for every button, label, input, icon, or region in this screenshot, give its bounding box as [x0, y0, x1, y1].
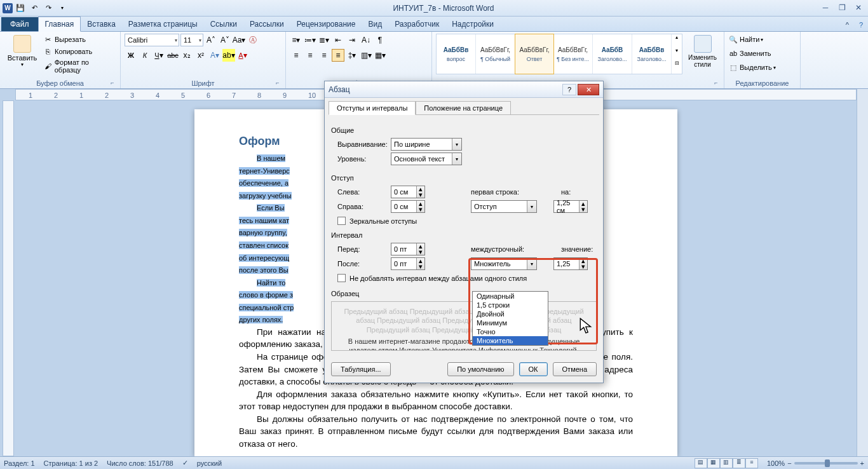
cut-button[interactable]: ✂Вырезать	[43, 34, 116, 45]
style-item[interactable]: АаБбВвЗаголово...	[632, 34, 672, 74]
select-button[interactable]: ⬚Выделить▾	[728, 62, 776, 73]
font-name-combo[interactable]: Calibri▾	[125, 34, 179, 46]
bullets-icon[interactable]: ≡▾	[290, 34, 302, 46]
outline-combo[interactable]: Основной текст▾	[391, 153, 462, 165]
vertical-ruler[interactable]	[3, 100, 14, 456]
superscript-button[interactable]: x²	[194, 49, 207, 62]
style-item[interactable]: АаБбВвГг,¶ Обычный	[476, 34, 515, 74]
ribbon-minimize-icon[interactable]: ^	[841, 18, 854, 31]
dropdown-option[interactable]: Точно	[473, 327, 548, 336]
linespacing-dropdown[interactable]: Одинарный 1,5 строки Двойной Минимум Точ…	[472, 291, 548, 346]
default-button[interactable]: По умолчанию	[447, 362, 513, 376]
change-styles-button[interactable]: Изменить стили	[685, 34, 720, 69]
mirror-indents-check[interactable]: Зеркальные отступы	[337, 217, 597, 225]
dialog-tab-position[interactable]: Положение на странице	[416, 101, 511, 115]
tab-insert[interactable]: Вставка	[81, 17, 122, 31]
redo-icon[interactable]: ↷	[42, 2, 55, 15]
styles-launcher-icon[interactable]: ⌐	[712, 79, 720, 87]
font-size-combo[interactable]: 11▾	[180, 34, 203, 46]
status-section[interactable]: Раздел: 1	[4, 459, 35, 467]
show-marks-icon[interactable]: ¶	[374, 34, 386, 46]
increase-indent-icon[interactable]: ⇥	[346, 34, 358, 46]
find-button[interactable]: 🔍Найти▾	[728, 34, 763, 45]
status-proof-icon[interactable]: ✓	[182, 459, 188, 467]
italic-button[interactable]: К	[139, 49, 151, 62]
vertical-scrollbar[interactable]	[857, 89, 868, 456]
sort-icon[interactable]: A↓	[360, 34, 372, 46]
clear-format-icon[interactable]: Ⓐ	[247, 34, 259, 46]
view-outline-icon[interactable]: ≣	[733, 458, 745, 468]
dropdown-option[interactable]: Одинарный	[473, 292, 548, 301]
decrease-indent-icon[interactable]: ⇤	[332, 34, 344, 46]
styles-gallery[interactable]: АаБбВввопрос АаБбВвГг,¶ Обычный АаБбВвГг…	[436, 34, 682, 74]
gallery-more-icon[interactable]: ⊟	[672, 60, 682, 74]
dropdown-option-selected[interactable]: Множитель	[473, 336, 548, 345]
status-page[interactable]: Страница: 1 из 2	[44, 459, 98, 467]
zoom-value[interactable]: 100%	[767, 459, 785, 467]
copy-button[interactable]: ⎘Копировать	[43, 46, 116, 57]
format-painter-button[interactable]: 🖌Формат по образцу	[43, 58, 116, 74]
tab-page-layout[interactable]: Разметка страницы	[122, 17, 204, 31]
align-justify-icon[interactable]: ≡	[332, 49, 344, 62]
gallery-up-icon[interactable]: ▴	[672, 34, 682, 48]
file-tab[interactable]: Файл	[1, 17, 38, 31]
firstline-by-spin[interactable]: 1,25 см▴▾	[553, 200, 588, 213]
firstline-combo[interactable]: Отступ▾	[471, 200, 537, 213]
linespacing-combo[interactable]: Множитель▾	[471, 257, 537, 270]
indent-right-spin[interactable]: 0 см▴▾	[391, 200, 425, 213]
font-color-icon[interactable]: A▾	[236, 49, 249, 62]
line-spacing-icon[interactable]: ‡▾	[346, 49, 358, 62]
style-item[interactable]: АаБбВЗаголово...	[593, 34, 632, 74]
minimize-button[interactable]: ─	[818, 3, 832, 13]
shrink-font-icon[interactable]: A˅	[219, 34, 231, 46]
tab-mailings[interactable]: Рассылки	[243, 17, 290, 31]
align-center-icon[interactable]: ≡	[304, 49, 316, 62]
dropdown-option[interactable]: Минимум	[473, 318, 548, 327]
tab-home[interactable]: Главная	[38, 17, 81, 32]
paste-button[interactable]: Вставить ▾	[4, 34, 41, 69]
view-buttons[interactable]: ▤ ▦ ▥ ≣ ≡	[695, 458, 758, 468]
borders-icon[interactable]: ▦▾	[374, 49, 386, 62]
change-case-icon[interactable]: Aa▾	[233, 34, 245, 46]
tab-references[interactable]: Ссылки	[204, 17, 243, 31]
close-button[interactable]: ✕	[851, 3, 865, 13]
no-add-space-check[interactable]: Не добавлять интервал между абзацами одн…	[337, 274, 597, 282]
gallery-down-icon[interactable]: ▾	[672, 48, 682, 61]
alignment-combo[interactable]: По ширине▾	[391, 138, 462, 151]
align-left-icon[interactable]: ≡	[290, 49, 302, 62]
bold-button[interactable]: Ж	[125, 49, 137, 62]
view-print-icon[interactable]: ▤	[695, 458, 707, 468]
cancel-button[interactable]: Отмена	[553, 362, 597, 376]
tabs-button[interactable]: Табуляция...	[331, 362, 391, 376]
style-item[interactable]: АаБбВвГг,¶ Без инте...	[553, 34, 593, 74]
save-icon[interactable]: 💾	[14, 2, 27, 15]
dropdown-option[interactable]: Двойной	[473, 309, 548, 318]
ok-button[interactable]: ОК	[519, 362, 548, 376]
align-right-icon[interactable]: ≡	[318, 49, 330, 62]
dialog-tab-indents[interactable]: Отступы и интервалы	[329, 101, 416, 115]
help-icon[interactable]: ?	[854, 18, 868, 31]
undo-icon[interactable]: ↶	[28, 2, 41, 15]
multilevel-icon[interactable]: ≣▾	[318, 34, 330, 46]
indent-left-spin[interactable]: 0 см▴▾	[391, 186, 425, 198]
dialog-close-button[interactable]: ✕	[578, 84, 599, 95]
space-before-spin[interactable]: 0 пт▴▾	[391, 243, 425, 255]
style-item[interactable]: АаБбВввопрос	[437, 34, 476, 74]
underline-button[interactable]: Ч▾	[153, 49, 165, 62]
numbering-icon[interactable]: ≔▾	[304, 34, 316, 46]
clipboard-launcher-icon[interactable]: ⌐	[109, 79, 116, 87]
tab-addins[interactable]: Надстройки	[445, 17, 500, 31]
text-effects-icon[interactable]: A▾	[208, 49, 221, 62]
replace-button[interactable]: abЗаменить	[728, 48, 771, 59]
dialog-help-button[interactable]: ?	[562, 84, 576, 95]
tab-developer[interactable]: Разработчик	[388, 17, 445, 31]
highlight-icon[interactable]: ab▾	[222, 49, 235, 62]
view-fullscreen-icon[interactable]: ▦	[707, 458, 720, 468]
dropdown-option[interactable]: 1,5 строки	[473, 301, 548, 309]
dialog-titlebar[interactable]: Абзац ? ✕	[325, 81, 603, 98]
shading-icon[interactable]: ▥▾	[360, 49, 372, 62]
qat-more-icon[interactable]: ▾	[56, 2, 69, 15]
zoom-out-icon[interactable]: −	[787, 459, 791, 467]
view-web-icon[interactable]: ▥	[720, 458, 733, 468]
style-item-selected[interactable]: АаБбВвГг,Ответ	[515, 34, 554, 74]
